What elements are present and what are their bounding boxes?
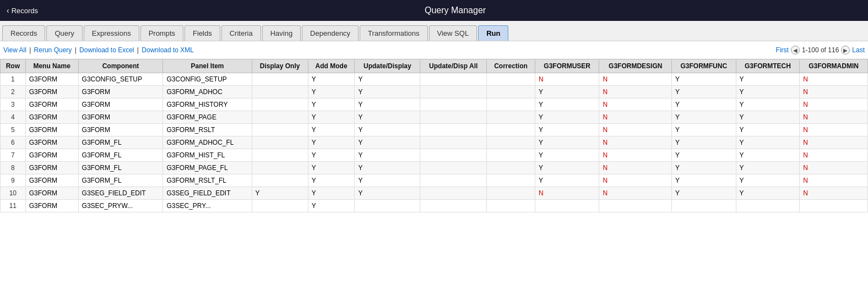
table-cell: Y [308, 86, 355, 99]
table-cell: Y [355, 162, 420, 174]
chevron-left-icon: ‹ [7, 6, 9, 15]
table-cell: N [599, 136, 672, 149]
table-cell: G3FORM_PAGE [163, 111, 252, 124]
table-cell [487, 111, 535, 124]
table-row: 3G3FORMG3FORMG3FORM_HISTORYYYYNYYN [1, 99, 868, 111]
table-cell: Y [308, 99, 355, 111]
table-cell: G3FORM [25, 200, 78, 212]
table-cell: G3FORM [25, 174, 78, 187]
col-header-correction: Correction [487, 59, 535, 73]
table-row: 10G3FORMG3SEG_FIELD_EDITG3SEG_FIELD_EDIT… [1, 187, 868, 200]
pagination-controls: First ◀ 1-100 of 116 ▶ Last [776, 46, 865, 54]
table-cell: G3FORM [25, 99, 78, 111]
table-row: 4G3FORMG3FORMG3FORM_PAGEYYYNYYN [1, 111, 868, 124]
table-cell: Y [736, 99, 800, 111]
table-cell: Y [535, 124, 599, 136]
table-cell: N [599, 174, 672, 187]
tab-bar: RecordsQueryExpressionsPromptsFieldsCrit… [0, 21, 868, 41]
table-cell [252, 111, 308, 124]
table-cell [252, 86, 308, 99]
table-cell [420, 149, 487, 162]
col-header-row: Row [1, 59, 26, 73]
first-link[interactable]: First [776, 46, 789, 54]
table-cell: N [599, 73, 672, 86]
table-cell: Y [308, 187, 355, 200]
col-header-g3formfunc: G3FORMFUNC [672, 59, 736, 73]
tab-expressions[interactable]: Expressions [84, 25, 139, 41]
tab-dependency[interactable]: Dependency [302, 25, 359, 41]
last-link[interactable]: Last [852, 46, 865, 54]
table-cell: G3FORM [25, 86, 78, 99]
table-cell: N [800, 149, 868, 162]
table-cell: G3SEG_FIELD_EDIT [78, 187, 163, 200]
table-cell: Y [736, 73, 800, 86]
table-cell: Y [535, 99, 599, 111]
back-button[interactable]: ‹ Records [7, 6, 38, 15]
table-cell [535, 200, 599, 212]
table-cell: Y [355, 99, 420, 111]
table-cell [599, 200, 672, 212]
table-cell: G3CONFIG_SETUP [163, 73, 252, 86]
table-cell: G3FORM_RSLT_FL [163, 174, 252, 187]
table-cell: G3FORM [25, 162, 78, 174]
table-cell: G3FORM_FL [78, 136, 163, 149]
table-cell: G3SEC_PRYW... [78, 200, 163, 212]
tab-query[interactable]: Query [46, 25, 82, 41]
table-cell: N [535, 73, 599, 86]
table-cell [736, 200, 800, 212]
table-cell: Y [355, 73, 420, 86]
col-header-menu-name: Menu Name [25, 59, 78, 73]
table-cell: N [599, 99, 672, 111]
table-cell [420, 174, 487, 187]
view-all-link[interactable]: View All [3, 46, 26, 54]
table-cell: Y [308, 136, 355, 149]
table-cell: Y [672, 73, 736, 86]
table-cell: N [800, 99, 868, 111]
tab-records[interactable]: Records [2, 25, 45, 41]
toolbar: View All | Rerun Query | Download to Exc… [0, 41, 868, 59]
table-cell [252, 99, 308, 111]
col-header-update-display: Update/Display [355, 59, 420, 73]
col-header-update-disp-all: Update/Disp All [420, 59, 487, 73]
table-cell: G3FORM [25, 187, 78, 200]
table-cell: Y [355, 111, 420, 124]
table-cell [252, 73, 308, 86]
col-header-add-mode: Add Mode [308, 59, 355, 73]
download-excel-link[interactable]: Download to Excel [79, 46, 134, 54]
table-cell [487, 86, 535, 99]
table-cell: Y [535, 149, 599, 162]
table-cell: 2 [1, 86, 26, 99]
table-cell: N [599, 86, 672, 99]
table-cell [252, 200, 308, 212]
prev-arrow-icon[interactable]: ◀ [791, 46, 800, 54]
table-cell: Y [308, 162, 355, 174]
table-cell: Y [535, 111, 599, 124]
table-cell: G3FORM [25, 111, 78, 124]
table-cell: N [599, 149, 672, 162]
tab-view-sql[interactable]: View SQL [429, 25, 478, 41]
table-cell [252, 149, 308, 162]
tab-transformations[interactable]: Transformations [360, 25, 427, 41]
table-cell: Y [672, 187, 736, 200]
tab-fields[interactable]: Fields [185, 25, 220, 41]
table-cell: Y [535, 136, 599, 149]
table-cell: Y [736, 162, 800, 174]
table-cell: 11 [1, 200, 26, 212]
results-table: RowMenu NameComponentPanel ItemDisplay O… [0, 59, 868, 212]
download-xml-link[interactable]: Download to XML [142, 46, 194, 54]
table-cell: N [800, 174, 868, 187]
table-cell [355, 200, 420, 212]
table-cell: Y [672, 124, 736, 136]
tab-prompts[interactable]: Prompts [140, 25, 183, 41]
tab-run[interactable]: Run [478, 25, 508, 41]
table-cell [420, 73, 487, 86]
rerun-query-link[interactable]: Rerun Query [34, 46, 72, 54]
col-header-component: Component [78, 59, 163, 73]
tab-criteria[interactable]: Criteria [221, 25, 261, 41]
table-cell [252, 136, 308, 149]
table-body: 1G3FORMG3CONFIG_SETUPG3CONFIG_SETUPYYNNY… [1, 73, 868, 212]
next-arrow-icon[interactable]: ▶ [841, 46, 850, 54]
table-row: 2G3FORMG3FORMG3FORM_ADHOCYYYNYYN [1, 86, 868, 99]
tab-having[interactable]: Having [262, 25, 301, 41]
table-cell: G3FORM [78, 124, 163, 136]
